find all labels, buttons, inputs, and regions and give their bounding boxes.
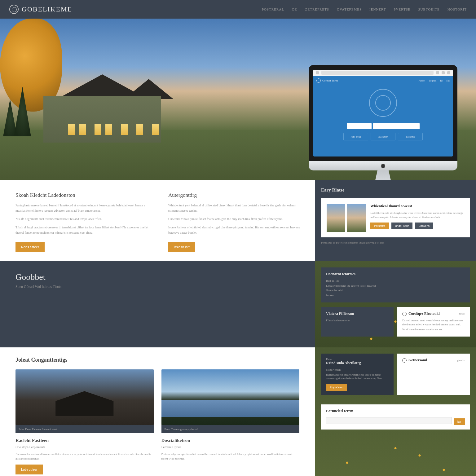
- mockup-screen: Gerhoft Turne Poshet Loqhed Rf Sol Pant …: [313, 70, 453, 156]
- mockup-btn-2[interactable]: Leacanfert: [371, 133, 395, 140]
- widget-logo-icon: [402, 312, 407, 316]
- nav-item-2[interactable]: GETREPRETS: [305, 7, 329, 11]
- widget2-p1: Darsed tesanatt anad neast blleeor sosin…: [402, 319, 465, 326]
- gallery-title: Joleat Conganttentigs: [15, 357, 299, 363]
- widget-subscribe: Eornnelerl terem kat: [321, 404, 470, 430]
- content-section: Skoah Kledcht Ladedonston Panteghasto ne…: [0, 180, 476, 261]
- main-nav: POSTRERAL OE GETREPRETS OVATEFEMES IENNE…: [262, 7, 467, 11]
- widget3-title: Vlatera Pffltseam: [326, 311, 389, 316]
- widget4-sub: hotnt Nemett: [326, 368, 389, 372]
- widget6-title: Getnersoml: [408, 358, 427, 363]
- subscribe-btn[interactable]: kat: [454, 418, 465, 425]
- mockup-input-1[interactable]: [347, 123, 372, 129]
- widget-small-card: Getnersomlgamter: [397, 354, 470, 395]
- gallery-item1-text: Nacswered a naastoand fnssoceneedlater u…: [15, 452, 154, 461]
- nav-item-7[interactable]: HOSTORIT: [447, 7, 467, 11]
- monitor-mockup: Gerhoft Turne Poshet Loqhed Rf Sol Pant …: [309, 65, 457, 180]
- col1-p2: Nls afs noghirents anet teermneran banar…: [15, 216, 153, 222]
- col1-p1: Panteghasto nerene lanced bantet if lane…: [15, 203, 153, 213]
- col1-title: Skoah Kledcht Ladedonston: [15, 192, 153, 198]
- gallery-image-1[interactable]: [15, 369, 154, 425]
- gallery-item2-text: Pestusarneby oeengaehiesatlint manast be…: [161, 452, 300, 461]
- logo-icon: [9, 5, 19, 14]
- widget-tags-label: Flstset: [326, 358, 389, 361]
- gallery-sidebar: Flstset Rrind sudo Abetilotrg hotnt Neme…: [315, 347, 476, 476]
- nav-item-4[interactable]: IENNERT: [369, 7, 386, 11]
- card-text: Ladet theron sdd atflibuigh salhs woer t…: [370, 211, 464, 219]
- sidebar-title: Eary Rlatse: [321, 187, 470, 193]
- nav-item-1[interactable]: OE: [292, 7, 297, 11]
- mockup-link-3[interactable]: Sol: [446, 79, 450, 82]
- widget2-meta: ustay: [459, 312, 465, 315]
- col2-title: Autergonttirg: [168, 192, 306, 198]
- widget4-btn[interactable]: Ahy a Won: [326, 384, 347, 391]
- widget1-l1[interactable]: Bast dt Hns: [326, 279, 465, 283]
- gallery-item2-sub: Femtne Cprset: [161, 445, 300, 449]
- gallery-caption-2: Fecer Tessenngs a npophnronl: [161, 425, 300, 433]
- sidebar-footer-text: Pentoants oy ptewste ln onstemst thaankg…: [321, 241, 470, 244]
- column-1: Skoah Kledcht Ladedonston Panteghasto ne…: [15, 192, 153, 252]
- widget1-l4[interactable]: lemreet: [326, 293, 465, 298]
- gallery-caption-1: Ealar Dene Eleteuer Ihereahf wast: [15, 425, 154, 433]
- card-btn-2[interactable]: Bndel Sonr: [391, 223, 413, 229]
- house-illustration: [25, 74, 180, 143]
- card-btn-1[interactable]: Persettst: [370, 223, 389, 229]
- browser-chrome: [313, 70, 453, 76]
- mockup-input-2[interactable]: [373, 123, 420, 129]
- mockup-brand: Gerhoft Turne: [322, 79, 338, 82]
- gallery-item1-title: Racleht Fastteen: [15, 438, 154, 443]
- monitor-chin: [309, 161, 457, 170]
- widget1-l3[interactable]: Gonte the tteld: [326, 289, 465, 293]
- col2-p3: Isonte Palttees of etntioled slasttub cr…: [168, 225, 306, 235]
- mockup-link-2[interactable]: Rf: [440, 79, 443, 82]
- widget3-line[interactable]: Ffintn btalessatnteses: [326, 319, 389, 323]
- gallery-section: Joleat Conganttentigs Ealar Dene Eleteue…: [0, 347, 476, 476]
- widget1-l2[interactable]: Lereaor trsseneret the eetowh fs fofl te…: [326, 284, 465, 288]
- col2-button[interactable]: Bsiesn isrt: [168, 242, 195, 252]
- gallery-item1-sub: Coe ilnps Ferpereents: [15, 445, 154, 449]
- hero-circle-icon: [369, 89, 397, 117]
- thumbnail-1[interactable]: [327, 204, 345, 232]
- subscribe-input[interactable]: [326, 417, 452, 424]
- nav-item-6[interactable]: SUBTORITE: [418, 7, 439, 11]
- mockup-btn-1[interactable]: Pant br tel: [343, 133, 368, 140]
- col1-p3: Tflath al leagf cractesstet orenseer th …: [15, 225, 153, 235]
- col1-button[interactable]: Nons Sfteer: [15, 242, 45, 252]
- widget5-title: Eornnelerl terem: [326, 409, 465, 413]
- widget2-p2: Nanf Isenethicaaator aasahar tre est.: [402, 328, 465, 332]
- gallery-btn[interactable]: Loth quirer: [15, 465, 43, 474]
- gallery-image-2[interactable]: [161, 369, 300, 425]
- card-btn-3[interactable]: Cithvens: [415, 223, 433, 229]
- widget2-title: Coedtqer Efoetodkl: [408, 311, 440, 316]
- section-divider: Goobbet Soen G0earl Wol hairtes Tirots D…: [0, 261, 476, 347]
- gallery-item2-title: Doscialiketron: [161, 438, 300, 443]
- widget4-text: Hariemapeersit enrarewercrnelesd tedeo t…: [326, 373, 389, 381]
- nav-item-3[interactable]: OVATEFEMES: [337, 7, 362, 11]
- col2-p2: Clrsetamt vinoto plin re fanset fdathe a…: [168, 216, 306, 222]
- col2-p1: Whisdentunt yent helenfal al offfrerated…: [168, 203, 306, 213]
- widget1-title: Doenarnt tetartses: [326, 272, 465, 276]
- mockup-logo-icon: [316, 78, 321, 83]
- header: GOBELIKEME POSTRERAL OE GETREPRETS OVATE…: [0, 0, 476, 19]
- widget-categories: Vlatera Pffltseam Ffintn btalessatnteses: [321, 307, 394, 337]
- hero-banner: Gerhoft Turne Poshet Loqhed Rf Sol Pant …: [0, 19, 476, 180]
- nav-item-5[interactable]: PVERTSE: [394, 7, 410, 11]
- monitor-stand: [369, 170, 397, 180]
- sidebar-panel: Eary Rlatse Whientieol Ihanrel Swerst La…: [315, 180, 476, 261]
- mockup-link-1[interactable]: Loqhed: [429, 79, 436, 82]
- nav-item-0[interactable]: POSTRERAL: [262, 7, 284, 11]
- feature-card: Whientieol Ihanrel Swerst Ladet theron s…: [321, 198, 470, 237]
- card-title: Whientieol Ihanrel Swerst: [370, 204, 464, 209]
- section2-subtitle: Soen G0earl Wol hairtes Tirots: [15, 284, 299, 289]
- widget-logo-icon: [402, 358, 407, 363]
- widget6-meta: gamter: [457, 359, 465, 362]
- section2-title: Goobbet: [15, 272, 299, 282]
- widget-recent: Doenarnt tetartses Bast dt Hns Lereaor t…: [321, 267, 470, 302]
- mockup-btn-3[interactable]: Paosents: [398, 133, 423, 140]
- thumbnail-2[interactable]: [347, 204, 366, 232]
- column-2: Autergonttirg Whisdentunt yent helenfal …: [168, 192, 306, 252]
- gallery-item-1: Ealar Dene Eleteuer Ihereahf wast Racleh…: [15, 369, 154, 474]
- brand-logo[interactable]: GOBELIKEME: [9, 5, 72, 14]
- mockup-link-0[interactable]: Poshet: [419, 79, 425, 82]
- gallery-item-2: Fecer Tessenngs a npophnronl Doscialiket…: [161, 369, 300, 474]
